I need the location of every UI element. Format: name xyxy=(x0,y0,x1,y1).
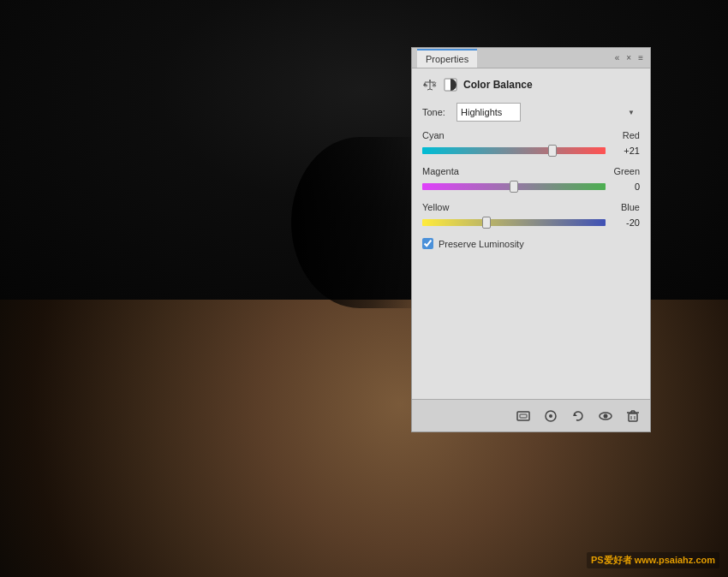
red-label: Red xyxy=(623,130,640,140)
panel-collapse-button[interactable]: « xyxy=(613,53,622,62)
svg-line-5 xyxy=(427,89,430,90)
reset-button[interactable] xyxy=(568,406,588,426)
panel-menu-button[interactable]: ≡ xyxy=(636,53,645,62)
titlebar-controls: « × ≡ xyxy=(613,53,645,62)
scales-icon xyxy=(422,77,438,92)
panel-title: Color Balance xyxy=(463,79,533,91)
cyan-red-value: +21 xyxy=(612,146,640,156)
tab-properties[interactable]: Properties xyxy=(417,49,477,68)
cyan-red-thumb[interactable] xyxy=(548,145,557,157)
panel-footer xyxy=(412,399,650,431)
green-label: Green xyxy=(613,166,640,176)
yellow-blue-track-wrapper xyxy=(422,214,606,231)
preserve-luminosity-checkbox[interactable] xyxy=(422,238,433,249)
magenta-green-value: 0 xyxy=(612,181,640,192)
svg-point-11 xyxy=(549,414,552,418)
tone-label: Tone: xyxy=(422,107,450,117)
mask-icon xyxy=(443,77,458,92)
magenta-green-thumb[interactable] xyxy=(510,181,518,193)
magenta-green-section: Magenta Green 0 xyxy=(422,166,640,195)
yellow-blue-thumb[interactable] xyxy=(482,217,491,229)
yellow-blue-row: -20 xyxy=(422,214,640,231)
clip-button[interactable] xyxy=(513,406,534,426)
yellow-blue-section: Yellow Blue -20 xyxy=(422,202,640,231)
watermark-brand: PS爱好者 xyxy=(591,555,632,565)
magenta-green-track-wrapper xyxy=(422,178,606,195)
yellow-blue-labels: Yellow Blue xyxy=(422,202,640,212)
watermark: PS爱好者 www.psaiahz.com xyxy=(587,552,719,568)
cyan-label: Cyan xyxy=(422,130,445,140)
magenta-label: Magenta xyxy=(422,166,459,176)
panel-tabs: Properties xyxy=(417,49,613,68)
magenta-green-labels: Magenta Green xyxy=(422,166,640,176)
face-shadow-overlay xyxy=(291,137,428,308)
svg-rect-15 xyxy=(629,413,637,421)
svg-line-6 xyxy=(430,89,433,90)
svg-rect-8 xyxy=(517,412,529,420)
properties-panel: Properties « × ≡ xyxy=(411,47,651,432)
tone-select[interactable]: Shadows Midtones Highlights xyxy=(456,103,521,122)
magenta-green-row: 0 xyxy=(422,178,640,195)
panel-header: Color Balance xyxy=(422,77,640,92)
visibility-button[interactable] xyxy=(595,406,616,426)
panel-titlebar: Properties « × ≡ xyxy=(412,48,650,68)
cyan-red-labels: Cyan Red xyxy=(422,130,640,140)
cyan-red-track xyxy=(422,147,606,154)
preserve-luminosity-row: Preserve Luminosity xyxy=(422,238,640,249)
tone-select-wrapper: Shadows Midtones Highlights xyxy=(456,103,640,122)
panel-close-button[interactable]: × xyxy=(624,53,633,62)
blue-label: Blue xyxy=(621,202,640,212)
cyan-red-track-wrapper xyxy=(422,142,606,159)
delete-button[interactable] xyxy=(623,406,643,426)
watermark-site: www.psaiahz.com xyxy=(635,555,715,565)
yellow-blue-track xyxy=(422,219,606,226)
svg-rect-9 xyxy=(520,414,527,418)
cyan-red-section: Cyan Red +21 xyxy=(422,130,640,159)
view-previous-button[interactable] xyxy=(540,406,561,426)
yellow-blue-value: -20 xyxy=(612,217,640,228)
panel-body: Color Balance Tone: Shadows Midtones Hig… xyxy=(412,68,650,399)
svg-point-14 xyxy=(604,413,608,418)
yellow-label: Yellow xyxy=(422,202,449,212)
preserve-luminosity-label: Preserve Luminosity xyxy=(439,239,524,249)
tone-row: Tone: Shadows Midtones Highlights xyxy=(422,103,640,122)
magenta-green-track xyxy=(422,183,606,190)
cyan-red-row: +21 xyxy=(422,142,640,159)
